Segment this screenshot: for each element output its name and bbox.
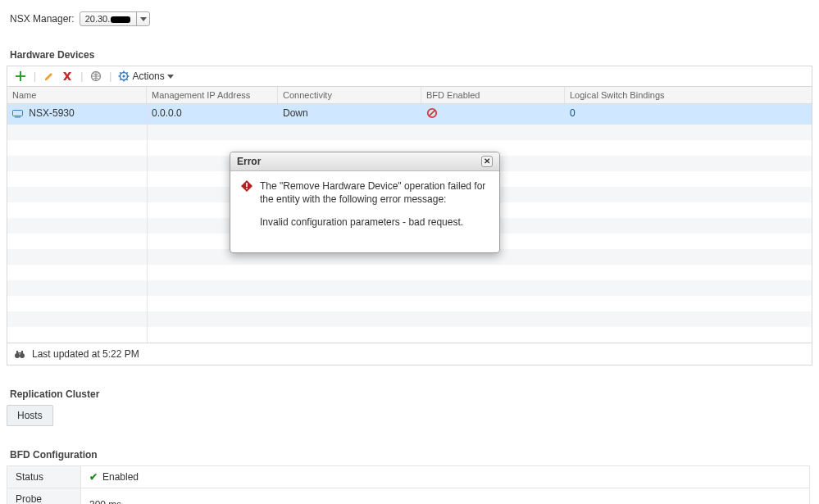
- cell-ip: 0.0.0.0: [147, 104, 278, 125]
- svg-line-14: [429, 110, 435, 116]
- cell-bfd: [421, 104, 565, 125]
- col-connectivity[interactable]: Connectivity: [278, 87, 421, 103]
- status-text: Last updated at 5:22 PM: [32, 348, 139, 360]
- table-header: Name Management IP Address Connectivity …: [7, 87, 812, 104]
- chevron-down-icon: [167, 75, 174, 79]
- svg-rect-20: [246, 183, 248, 187]
- cell-name: NSX-5930: [7, 104, 147, 125]
- status-bar: Last updated at 5:22 PM: [7, 343, 812, 365]
- add-icon[interactable]: [14, 70, 27, 83]
- svg-line-10: [121, 79, 122, 80]
- globe-icon[interactable]: [89, 70, 102, 83]
- svg-rect-12: [15, 116, 20, 117]
- svg-point-2: [123, 75, 125, 77]
- chevron-down-icon[interactable]: [136, 12, 149, 25]
- bfd-probe-key: Probe interval: [7, 488, 81, 505]
- close-icon[interactable]: ✕: [481, 156, 493, 167]
- device-icon: [12, 110, 23, 118]
- disabled-icon: [426, 107, 438, 119]
- dialog-title-text: Error: [237, 156, 261, 167]
- replication-cluster-title: Replication Cluster: [10, 388, 812, 400]
- redacted-ip-segment: [111, 16, 130, 23]
- col-ip[interactable]: Management IP Address: [147, 87, 278, 103]
- bfd-probe-value: 300 ms: [81, 488, 810, 505]
- tab-hosts[interactable]: Hosts: [7, 405, 53, 426]
- check-icon: ✔: [89, 471, 98, 483]
- svg-line-8: [126, 79, 128, 80]
- svg-rect-21: [246, 188, 248, 189]
- bfd-probe-row: Probe interval 300 ms: [7, 488, 810, 505]
- actions-menu[interactable]: Actions: [118, 70, 173, 82]
- bfd-status-value: ✔ Enabled: [81, 466, 810, 488]
- cell-connectivity: Down: [278, 104, 421, 125]
- table-row[interactable]: NSX-5930 0.0.0.0 Down 0: [7, 104, 812, 125]
- edit-icon[interactable]: [43, 70, 56, 83]
- nsx-manager-select[interactable]: 20.30.: [80, 11, 151, 26]
- svg-rect-19: [18, 352, 21, 354]
- svg-line-9: [126, 72, 128, 74]
- hardware-devices-toolbar: | | | Actions: [7, 66, 812, 87]
- nsx-manager-label: NSX Manager:: [10, 13, 75, 25]
- col-lsb[interactable]: Logical Switch Bindings: [565, 87, 812, 103]
- col-name[interactable]: Name: [7, 87, 147, 103]
- col-bfd[interactable]: BFD Enabled: [421, 87, 565, 103]
- dialog-message: The "Remove Hardware Device" operation f…: [260, 179, 489, 239]
- hardware-devices-title: Hardware Devices: [10, 49, 812, 61]
- bfd-status-key: Status: [7, 466, 81, 488]
- error-icon: [240, 179, 253, 239]
- svg-rect-18: [21, 351, 23, 354]
- actions-label: Actions: [132, 70, 164, 82]
- binoculars-icon: [14, 348, 25, 360]
- nsx-manager-value-prefix: 20.30.: [85, 14, 111, 24]
- bfd-config-title: BFD Configuration: [10, 449, 812, 461]
- cell-lsb[interactable]: 0: [565, 104, 812, 125]
- error-dialog: Error ✕ The "Remove Hardware Device" ope…: [230, 152, 500, 253]
- gear-icon: [118, 70, 130, 82]
- svg-line-7: [121, 72, 122, 74]
- bfd-config-table: Status ✔ Enabled Probe interval 300 ms: [7, 465, 810, 504]
- svg-rect-11: [13, 110, 23, 116]
- delete-icon[interactable]: [61, 70, 74, 83]
- svg-rect-17: [16, 351, 18, 354]
- bfd-status-row: Status ✔ Enabled: [7, 466, 810, 488]
